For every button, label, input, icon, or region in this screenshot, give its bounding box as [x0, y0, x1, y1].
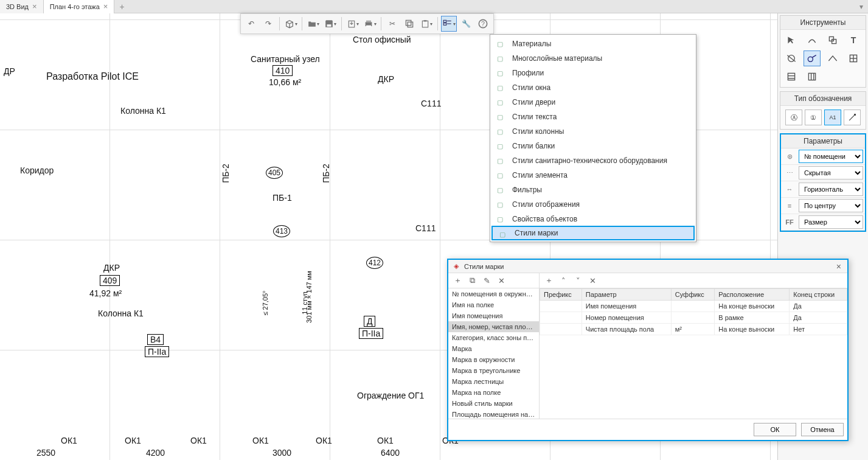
table-cell[interactable]	[671, 301, 714, 312]
menu-item[interactable]: ▢Материалы	[490, 37, 696, 51]
style-list-item[interactable]: Площадь помещения на полке	[448, 409, 539, 419]
type-a1-button[interactable]: A1	[824, 110, 841, 125]
redo-icon[interactable]: ↷	[260, 16, 276, 32]
settings-icon[interactable]: 🔧	[458, 16, 474, 32]
move-down-icon[interactable]: ˅	[572, 275, 583, 286]
arc-tool-icon[interactable]	[804, 32, 821, 48]
tab-floor-plan[interactable]: План 4-го этажа ×	[44, 0, 115, 13]
table-cell[interactable]	[540, 324, 582, 335]
menu-item[interactable]: ▢Стили балки	[490, 139, 696, 153]
text-tool-icon[interactable]: T	[845, 32, 862, 48]
close-icon[interactable]: ×	[32, 0, 37, 13]
paste-icon[interactable]: ▾	[418, 16, 434, 32]
copy-icon[interactable]	[401, 16, 417, 32]
menu-item[interactable]: ▢Фильтры	[490, 183, 696, 197]
delete-icon[interactable]: ✕	[496, 275, 507, 286]
column-header[interactable]: Расположение	[715, 289, 790, 301]
style-list-item[interactable]: Марка на полке	[448, 387, 539, 398]
add-icon[interactable]: ＋	[452, 275, 463, 286]
hatch-tool-icon[interactable]	[845, 51, 862, 66]
menu-item[interactable]: ▢Стили санитарно-технического оборудован…	[490, 153, 696, 168]
type-a-button[interactable]: Ⓐ	[785, 110, 802, 125]
column-header[interactable]: Параметр	[582, 289, 671, 301]
export-icon[interactable]: ▾	[345, 16, 361, 32]
dimension-tool-icon[interactable]	[783, 51, 800, 66]
move-up-icon[interactable]: ˄	[558, 275, 569, 286]
add-row-icon[interactable]: ＋	[543, 275, 554, 286]
print-icon[interactable]: ▾	[362, 16, 378, 32]
cut-icon[interactable]: ✂	[384, 16, 400, 32]
table-cell[interactable]: м²	[671, 324, 714, 335]
table-row[interactable]: Чистая площадь полам²На конце выноскиНет	[540, 324, 847, 335]
tab-3d-view[interactable]: 3D Вид ×	[0, 0, 44, 13]
table-cell[interactable]: Да	[790, 312, 847, 324]
style-list-item[interactable]: Имя на полке	[448, 299, 539, 310]
delete-row-icon[interactable]: ✕	[587, 275, 598, 286]
menu-item[interactable]: ▢Стили окна	[490, 80, 696, 95]
style-list-item[interactable]: Имя помещения	[448, 310, 539, 321]
menu-item[interactable]: ▢Стили элемента	[490, 168, 696, 183]
edit-icon[interactable]: ✎	[481, 275, 492, 286]
table-row[interactable]: Номер помещенияВ рамкеДа	[540, 312, 847, 324]
type-leader-button[interactable]	[844, 110, 861, 125]
style-list-item[interactable]: Марка	[448, 343, 539, 354]
menu-item[interactable]: ▢Стили отображения	[490, 197, 696, 212]
style-list-item[interactable]: Марка в окружности	[448, 354, 539, 365]
close-icon[interactable]: ×	[834, 262, 844, 271]
table-cell[interactable]: Номер помещения	[582, 312, 671, 324]
table-tool-icon[interactable]	[783, 69, 800, 85]
tab-dropdown-button[interactable]: ▾	[855, 2, 868, 11]
type-1-button[interactable]: ①	[805, 110, 822, 125]
table-cell[interactable]: Чистая площадь пола	[582, 324, 671, 335]
style-list-item[interactable]: Марка в треугольнике	[448, 365, 539, 376]
style-list-item[interactable]: Имя, номер, чистая площадь по	[448, 321, 539, 332]
ok-button[interactable]: ОК	[754, 423, 796, 436]
close-icon[interactable]: ×	[103, 0, 108, 13]
open-icon[interactable]: ▾	[305, 16, 321, 32]
cancel-button[interactable]: Отмена	[801, 423, 844, 436]
orientation-select[interactable]: Горизонталь	[799, 183, 863, 196]
table-cell[interactable]: На конце выноски	[715, 324, 790, 335]
shape-tool-icon[interactable]	[824, 32, 841, 48]
linetype-select[interactable]: Скрытая	[799, 166, 863, 179]
menu-item[interactable]: ▢Стили марки	[491, 226, 695, 240]
table-cell[interactable]	[540, 312, 582, 324]
menu-item[interactable]: ▢Профили	[490, 66, 696, 80]
style-list-item[interactable]: № помещения в окружности	[448, 288, 539, 299]
save-icon[interactable]: ▾	[322, 16, 338, 32]
section-tool-icon[interactable]	[824, 51, 841, 66]
table-row[interactable]: Имя помещенияНа конце выноскиДа	[540, 301, 847, 312]
mark-style-select[interactable]: № помещени	[799, 150, 863, 163]
undo-icon[interactable]: ↶	[243, 16, 259, 32]
tab-new-button[interactable]: +	[114, 2, 129, 12]
column-header[interactable]: Префикс	[540, 289, 582, 301]
style-list-item[interactable]: Марка лестницы	[448, 376, 539, 387]
table-cell[interactable]: На конце выноски	[715, 301, 790, 312]
table-cell[interactable]: Имя помещения	[582, 301, 671, 312]
column-header[interactable]: Конец строки	[790, 289, 847, 301]
table-cell[interactable]: Нет	[790, 324, 847, 335]
style-list-item[interactable]: Новый стиль марки	[448, 398, 539, 409]
menu-item[interactable]: ▢Стили колонны	[490, 124, 696, 139]
align-select[interactable]: По центру	[799, 199, 863, 212]
table-cell[interactable]: Да	[790, 301, 847, 312]
help-icon[interactable]: ?	[475, 16, 491, 32]
styles-manager-icon[interactable]: ▾	[441, 16, 457, 32]
menu-item[interactable]: ▢Стили текста	[490, 110, 696, 124]
column-header[interactable]: Суффикс	[671, 289, 714, 301]
marker-tool-icon[interactable]	[804, 51, 821, 66]
grid-tool-icon[interactable]	[804, 69, 821, 85]
style-list[interactable]: № помещения в окружностиИмя на полкеИмя …	[448, 288, 540, 419]
table-cell[interactable]: В рамке	[715, 312, 790, 324]
style-list-item[interactable]: Категория, класс зоны помещен	[448, 332, 539, 343]
table-cell[interactable]	[540, 301, 582, 312]
font-select[interactable]: Размер	[799, 215, 863, 229]
duplicate-icon[interactable]: ⧉	[467, 275, 477, 286]
svg-text:?: ?	[481, 20, 485, 27]
menu-item[interactable]: ▢Стили двери	[490, 95, 696, 110]
table-cell[interactable]	[671, 312, 714, 324]
menu-item[interactable]: ▢Многослойные материалы	[490, 51, 696, 66]
box-icon[interactable]: ▾	[283, 16, 299, 32]
menu-item[interactable]: ▢Свойства объектов	[490, 212, 696, 226]
cursor-tool-icon[interactable]	[783, 32, 800, 48]
